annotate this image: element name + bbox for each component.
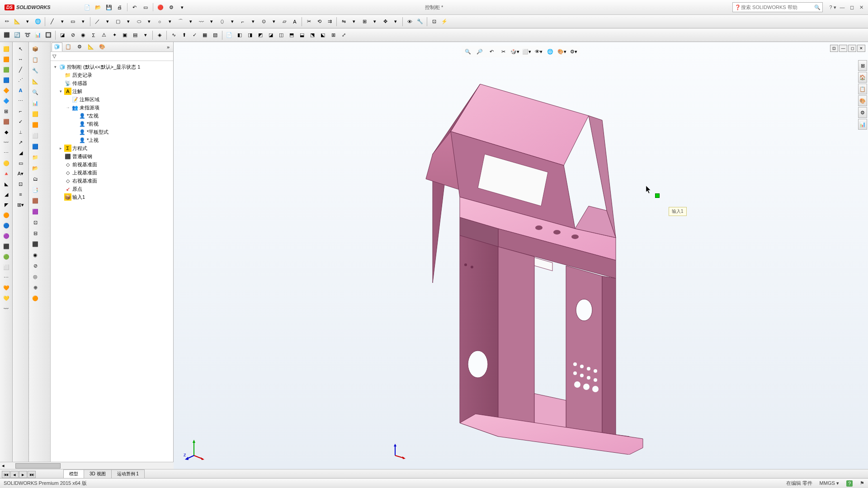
convert-icon[interactable]: ⟲ bbox=[314, 17, 324, 27]
fm-tab-feature[interactable]: 🧊 bbox=[52, 42, 62, 52]
unfold-icon[interactable]: ⤢ bbox=[339, 30, 349, 40]
tool-icon[interactable]: 🟦 bbox=[30, 141, 41, 151]
tree-top-plane[interactable]: ◇上视基准面 bbox=[51, 169, 173, 177]
circle-icon[interactable]: ○ bbox=[155, 17, 165, 27]
tab-nav-icon[interactable]: ◂ bbox=[10, 471, 19, 478]
quick-snap-icon[interactable]: ⊡ bbox=[429, 17, 439, 27]
dropdown-icon[interactable]: ▾ bbox=[103, 17, 113, 27]
tool-icon[interactable]: A▾ bbox=[15, 169, 26, 178]
display-style-icon[interactable]: ⬜▾ bbox=[521, 47, 532, 56]
tab-model[interactable]: 模型 bbox=[63, 469, 84, 478]
tool-icon[interactable]: 🟨 bbox=[1, 44, 12, 54]
vp-restore-icon[interactable]: ⊡ bbox=[830, 45, 838, 52]
tool-icon[interactable]: 🟧 bbox=[30, 120, 41, 130]
sketch-icon[interactable]: ✏ bbox=[2, 17, 12, 27]
revolve-icon[interactable]: 🔄 bbox=[12, 30, 22, 40]
new-icon[interactable]: 📄 bbox=[82, 2, 92, 12]
tool-icon[interactable]: ⬛ bbox=[30, 239, 41, 249]
tool-icon[interactable]: ⊟ bbox=[30, 228, 41, 238]
dropdown-icon[interactable]: ▾ bbox=[186, 17, 196, 27]
save-icon[interactable]: 💾 bbox=[104, 2, 114, 12]
tree-right-plane[interactable]: ◇右视基准面 bbox=[51, 177, 173, 185]
edge-flange-icon[interactable]: ◨ bbox=[245, 30, 255, 40]
tree-front-plane[interactable]: ◇前视基准面 bbox=[51, 160, 173, 169]
line-tool-icon[interactable]: ／ bbox=[92, 17, 102, 27]
search-input[interactable] bbox=[741, 5, 814, 10]
tool-icon[interactable]: 🟩 bbox=[1, 65, 12, 75]
tool-icon[interactable]: 💛 bbox=[1, 293, 12, 303]
dropdown-icon[interactable]: ▾ bbox=[207, 17, 217, 27]
zoom-area-icon[interactable]: 🔎 bbox=[474, 47, 485, 56]
dropdown-icon[interactable]: ▾ bbox=[141, 30, 151, 40]
search-icon[interactable]: 🔍 bbox=[814, 5, 821, 10]
tool-icon[interactable]: ⟂ bbox=[15, 127, 26, 137]
tool-icon[interactable]: ◉ bbox=[30, 250, 41, 260]
feature-icon[interactable]: ▧ bbox=[210, 30, 220, 40]
check-icon[interactable]: ✓ bbox=[15, 117, 26, 127]
tab-3dview[interactable]: 3D 视图 bbox=[84, 469, 112, 478]
tool-icon[interactable]: ↗ bbox=[15, 137, 26, 147]
tool-icon[interactable]: 📊 bbox=[30, 98, 41, 108]
fm-tab-property[interactable]: 📋 bbox=[63, 42, 74, 52]
centerline-icon[interactable]: ⋰ bbox=[15, 75, 26, 85]
tree-flat-pattern[interactable]: 👤*平板型式 bbox=[51, 128, 173, 136]
offset-icon[interactable]: ⇉ bbox=[325, 17, 335, 27]
help-search[interactable]: ❓ 🔍 bbox=[732, 2, 823, 12]
hide-show-icon[interactable]: 👁▾ bbox=[533, 47, 544, 56]
hem-icon[interactable]: ◪ bbox=[266, 30, 276, 40]
sigma-icon[interactable]: Σ bbox=[89, 30, 99, 40]
dim-icon[interactable]: ↔ bbox=[15, 54, 26, 64]
dropdown-icon[interactable]: ▾ bbox=[177, 2, 187, 12]
curves-icon[interactable]: ∿ bbox=[169, 30, 179, 40]
dropdown-icon[interactable]: ▾ bbox=[57, 17, 67, 27]
tool-icon[interactable]: 🟡 bbox=[1, 158, 12, 168]
arc-icon[interactable]: ⌒ bbox=[175, 17, 185, 27]
tool-icon[interactable]: ≡ bbox=[15, 189, 26, 199]
cut-revolve-icon[interactable]: ◉ bbox=[78, 30, 88, 40]
dropdown-icon[interactable]: ▾ bbox=[391, 17, 401, 27]
tree-import1[interactable]: 📦输入1 bbox=[51, 193, 173, 201]
tree-equations[interactable]: ▸Σ方程式 bbox=[51, 144, 173, 152]
instant3d-icon[interactable]: ⬆ bbox=[179, 30, 189, 40]
3d-viewport[interactable]: 🔍 🔎 ↶ ✂ 🎲▾ ⬜▾ 👁▾ 🌐 🎨▾ ⚙▾ ⊡ — ◻ ✕ bbox=[174, 42, 868, 469]
print-icon[interactable]: 🖨 bbox=[115, 2, 125, 12]
tool-icon[interactable]: ⬜ bbox=[30, 131, 41, 141]
task-icon[interactable]: 🏠 bbox=[858, 72, 867, 83]
tool-icon[interactable]: 📁 bbox=[30, 152, 41, 162]
text-icon[interactable]: A bbox=[15, 85, 26, 95]
help-dropdown-icon[interactable]: ? ▾ bbox=[829, 4, 837, 11]
tool-icon[interactable]: 🟨 bbox=[30, 109, 41, 119]
zoom-fit-icon[interactable]: 🔍 bbox=[462, 47, 473, 56]
sheetmetal-icon[interactable]: 📄 bbox=[224, 30, 234, 40]
miter-flange-icon[interactable]: ◩ bbox=[255, 30, 265, 40]
status-units[interactable]: MMGS ▾ bbox=[820, 480, 839, 486]
point-icon[interactable]: ⊙ bbox=[259, 17, 269, 27]
tab-nav-icon[interactable]: ▸ bbox=[19, 471, 27, 478]
3dsketch-icon[interactable]: 🌐 bbox=[33, 17, 43, 27]
tree-top-view[interactable]: 👤*上视 bbox=[51, 136, 173, 144]
tool-icon[interactable]: ⊡ bbox=[15, 179, 26, 189]
status-flag-icon[interactable]: ⚑ bbox=[860, 480, 864, 486]
tool-icon[interactable]: ◎ bbox=[30, 272, 41, 282]
text-icon[interactable]: A bbox=[290, 17, 300, 27]
status-help-icon[interactable]: ? bbox=[846, 480, 853, 487]
scene-icon[interactable]: 🎨▾ bbox=[557, 47, 567, 56]
tool-icon[interactable]: 🟫 bbox=[30, 196, 41, 206]
dropdown-icon[interactable]: ▾ bbox=[227, 17, 237, 27]
check-icon[interactable]: ✓ bbox=[189, 30, 199, 40]
dropdown-icon[interactable]: ▾ bbox=[23, 17, 33, 27]
task-icon[interactable]: ⊞ bbox=[858, 60, 867, 71]
maximize-icon[interactable]: ◻ bbox=[848, 4, 856, 11]
tool-icon[interactable]: 🟠 bbox=[1, 210, 12, 220]
tool-icon[interactable]: ◣ bbox=[1, 179, 12, 189]
tool-icon[interactable]: 🟫 bbox=[1, 117, 12, 127]
tool-icon[interactable]: ◢ bbox=[15, 148, 26, 158]
tree-front-view[interactable]: 👤*前视 bbox=[51, 120, 173, 128]
feature-icon[interactable]: ▦ bbox=[200, 30, 210, 40]
tool-icon[interactable]: 📋 bbox=[30, 55, 41, 65]
dropdown-icon[interactable]: ▾ bbox=[165, 17, 175, 27]
tree-ann-area[interactable]: 📝注释区域 bbox=[51, 95, 173, 103]
tab-nav-icon[interactable]: ⏭ bbox=[28, 471, 36, 478]
options-icon[interactable]: ⚙ bbox=[166, 2, 176, 12]
tool-icon[interactable]: 🔷 bbox=[1, 96, 12, 106]
